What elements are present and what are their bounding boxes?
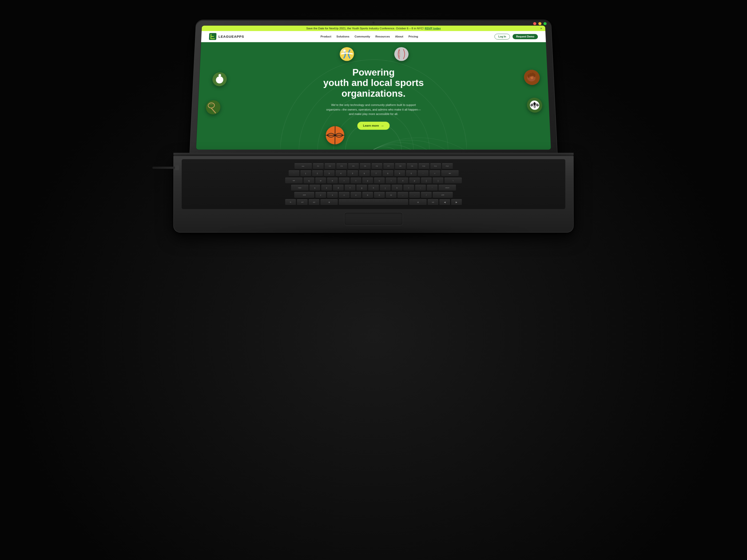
nav-resources[interactable]: Resources bbox=[376, 35, 390, 38]
key-7: 7 bbox=[371, 170, 382, 176]
key-f7: F7 bbox=[383, 163, 394, 169]
navigation: LEAGUEAPPS Product Solutions Community R… bbox=[201, 31, 546, 42]
hero-description: We're the only technology and community … bbox=[326, 103, 421, 116]
traffic-light-red bbox=[533, 22, 536, 25]
announcement-close-icon[interactable]: × bbox=[540, 26, 542, 30]
key-9: 9 bbox=[394, 170, 405, 176]
keyboard-rows: esc F1 F2 F3 F4 F5 F6 F7 F8 F9 F10 F11 bbox=[187, 163, 560, 205]
key-f4: F4 bbox=[348, 163, 359, 169]
key-row-function: esc F1 F2 F3 F4 F5 F6 F7 F8 F9 F10 F11 bbox=[187, 163, 560, 169]
key-del: del bbox=[441, 170, 459, 176]
learn-more-arrow-icon: → bbox=[381, 124, 384, 128]
key-row-qwerty: tab q w e r t y u i o p [ ] bbox=[187, 178, 560, 184]
key-semicolon: ; bbox=[415, 185, 426, 191]
key-row-zxcv: shift z x c v b n m , . / shift bbox=[187, 192, 560, 198]
lacrosse-stick bbox=[206, 100, 221, 114]
key-l: l bbox=[403, 185, 414, 191]
key-left: ◀ bbox=[439, 199, 450, 205]
key-lcmd: ⌘ bbox=[320, 199, 338, 205]
learn-more-button[interactable]: Learn more → bbox=[357, 122, 390, 130]
announcement-bar: Save the Date for NextUp 2021, the Youth… bbox=[202, 26, 546, 31]
key-rbracket: ] bbox=[433, 178, 443, 184]
key-backtick: ` bbox=[289, 170, 299, 176]
announcement-cta[interactable]: RSVP today bbox=[425, 27, 441, 30]
key-c: c bbox=[339, 192, 350, 198]
key-b: b bbox=[362, 192, 373, 198]
traffic-light-green bbox=[543, 22, 547, 25]
nav-pricing[interactable]: Pricing bbox=[408, 35, 418, 38]
keyboard: esc F1 F2 F3 F4 F5 F6 F7 F8 F9 F10 F11 bbox=[182, 159, 565, 209]
traffic-lights bbox=[533, 22, 547, 25]
key-f5: F5 bbox=[360, 163, 370, 169]
key-caps: caps bbox=[291, 185, 308, 191]
nav-solutions[interactable]: Solutions bbox=[336, 35, 350, 38]
svg-point-1 bbox=[343, 50, 345, 51]
key-1: 1 bbox=[301, 170, 311, 176]
key-r: r bbox=[339, 178, 350, 184]
key-equals: = bbox=[430, 170, 440, 176]
key-k: k bbox=[392, 185, 402, 191]
key-6: 6 bbox=[359, 170, 370, 176]
hero-title: Poweringyouth and local sportsorganizati… bbox=[305, 67, 442, 99]
svg-point-29 bbox=[326, 126, 344, 144]
laptop-base-wrapper: esc F1 F2 F3 F4 F5 F6 F7 F8 F9 F10 F11 bbox=[174, 153, 573, 233]
key-tab: tab bbox=[285, 178, 303, 184]
key-f2: F2 bbox=[325, 163, 335, 169]
nav-community[interactable]: Community bbox=[355, 35, 370, 38]
key-i: i bbox=[386, 178, 396, 184]
key-comma: , bbox=[397, 192, 408, 198]
laptop-bezel: Save the Date for NextUp 2021, the Youth… bbox=[189, 20, 558, 155]
nav-product[interactable]: Product bbox=[320, 35, 331, 38]
hero-content: Poweringyouth and local sportsorganizati… bbox=[305, 52, 443, 130]
camera bbox=[372, 22, 375, 24]
nav-about[interactable]: About bbox=[395, 35, 403, 38]
svg-rect-11 bbox=[219, 77, 220, 79]
laptop-shadow bbox=[213, 230, 534, 241]
key-period: . bbox=[409, 192, 420, 198]
key-5: 5 bbox=[347, 170, 358, 176]
key-slash: / bbox=[421, 192, 432, 198]
key-f3: F3 bbox=[336, 163, 347, 169]
volleyball-ball bbox=[340, 47, 354, 61]
key-fn: fn bbox=[285, 199, 296, 205]
key-u: u bbox=[374, 178, 385, 184]
key-3: 3 bbox=[324, 170, 335, 176]
key-2: 2 bbox=[312, 170, 323, 176]
key-f1: F1 bbox=[313, 163, 324, 169]
key-w: w bbox=[315, 178, 326, 184]
key-quote: ' bbox=[427, 185, 438, 191]
logo-name: LEAGUEAPPS bbox=[218, 35, 244, 38]
key-right: ▶ bbox=[451, 199, 462, 205]
key-f6: F6 bbox=[371, 163, 382, 169]
baseball-ball bbox=[394, 47, 409, 61]
scene: Save the Date for NextUp 2021, the Youth… bbox=[0, 0, 747, 560]
laptop: Save the Date for NextUp 2021, the Youth… bbox=[174, 14, 573, 233]
key-f9: F9 bbox=[407, 163, 417, 169]
trackpad[interactable] bbox=[344, 212, 403, 225]
login-button[interactable]: Log In bbox=[494, 34, 510, 39]
basketball-ball bbox=[326, 126, 344, 144]
key-h: h bbox=[368, 185, 379, 191]
hero-section: Poweringyouth and local sportsorganizati… bbox=[196, 42, 551, 150]
key-f11: F11 bbox=[430, 163, 441, 169]
demo-button[interactable]: Request Demo bbox=[513, 34, 538, 39]
key-row-asdf: caps a s d f g h j k l ; ' retur bbox=[187, 185, 560, 191]
key-f: f bbox=[345, 185, 355, 191]
key-o: o bbox=[397, 178, 408, 184]
key-space bbox=[339, 199, 408, 205]
key-g: g bbox=[356, 185, 367, 191]
key-f8: F8 bbox=[395, 163, 406, 169]
laptop-base: esc F1 F2 F3 F4 F5 F6 F7 F8 F9 F10 F11 bbox=[174, 156, 573, 233]
key-e: e bbox=[327, 178, 338, 184]
key-q: q bbox=[304, 178, 314, 184]
logo-icon bbox=[209, 33, 216, 40]
svg-line-30 bbox=[335, 126, 335, 144]
traffic-light-yellow bbox=[538, 22, 542, 25]
key-ctrl: ctrl bbox=[297, 199, 308, 205]
key-d: d bbox=[333, 185, 344, 191]
baseball-glove bbox=[524, 70, 540, 85]
learn-more-label: Learn more bbox=[363, 124, 379, 128]
key-y: y bbox=[362, 178, 373, 184]
nav-actions: Log In Request Demo bbox=[494, 34, 538, 39]
key-row-numbers: ` 1 2 3 4 5 6 7 8 9 0 - = bbox=[187, 170, 560, 176]
